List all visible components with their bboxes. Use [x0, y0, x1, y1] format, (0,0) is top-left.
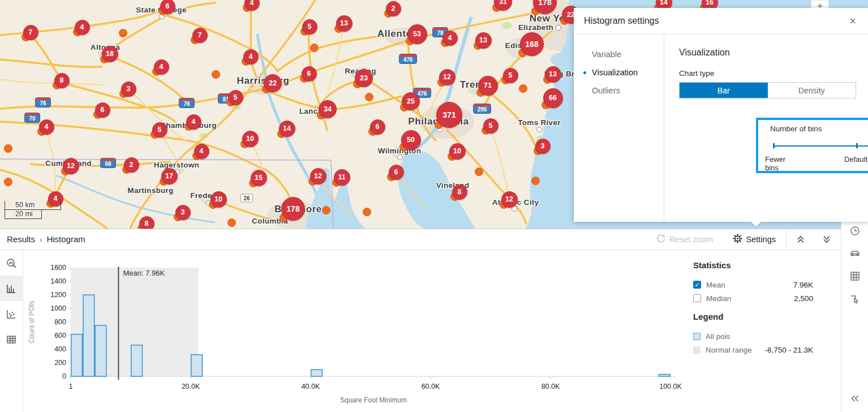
cluster-marker[interactable]: 22 [264, 74, 282, 92]
cluster-marker[interactable]: 8 [54, 73, 70, 88]
nav-item-outliers[interactable]: Outliers [574, 81, 664, 100]
cluster-marker[interactable]: 15 [251, 170, 267, 186]
poi-point[interactable] [519, 84, 527, 93]
median-checkbox[interactable] [693, 294, 701, 302]
reset-zoom-button[interactable]: Reset zoom [656, 229, 713, 250]
chart-type-density-button[interactable]: Density [768, 83, 856, 98]
cluster-marker[interactable]: 3 [121, 81, 136, 97]
expand-panel-button[interactable] [793, 232, 808, 247]
cluster-marker[interactable]: 13 [336, 15, 353, 32]
histogram-bar[interactable] [659, 374, 671, 376]
histogram-bar[interactable] [311, 370, 323, 376]
cluster-marker[interactable]: 18 [102, 46, 118, 62]
cluster-marker[interactable]: 12 [310, 168, 326, 184]
cluster-marker[interactable]: 50 [401, 130, 421, 150]
cluster-marker[interactable]: 5 [483, 118, 499, 134]
mean-checkbox[interactable]: ✓ [693, 281, 701, 289]
slider-track[interactable] [773, 145, 868, 147]
cluster-marker[interactable]: 10 [242, 131, 259, 147]
nav-item-variable[interactable]: Variable [574, 45, 664, 63]
collapse-rail-button[interactable] [841, 387, 868, 410]
cluster-marker[interactable]: 4 [186, 114, 201, 130]
cluster-marker[interactable]: 4 [154, 59, 169, 75]
tab-scatter-plot[interactable] [0, 301, 23, 327]
poi-point[interactable] [365, 93, 373, 101]
histogram-chart[interactable]: 02004006008001000120014001600120.0K40.0K… [23, 250, 724, 412]
cluster-marker[interactable]: 371 [436, 102, 462, 128]
tab-histogram[interactable] [0, 276, 23, 301]
poi-point[interactable] [212, 70, 220, 79]
cluster-marker[interactable]: 23 [355, 69, 373, 87]
bins-slider[interactable] [773, 141, 868, 151]
history-button[interactable] [841, 220, 868, 242]
cluster-marker[interactable]: 17 [161, 168, 178, 184]
cluster-marker[interactable]: 12 [501, 191, 518, 208]
x-tick-label: 80.0K [542, 383, 560, 390]
cluster-marker[interactable]: 12 [63, 158, 79, 174]
select-features-button[interactable] [841, 287, 868, 310]
cluster-marker[interactable]: 3 [535, 139, 551, 154]
cluster-marker[interactable]: 10 [449, 143, 466, 160]
cluster-marker[interactable]: 5 [152, 122, 167, 138]
cluster-marker[interactable]: 6 [95, 102, 110, 118]
cluster-marker[interactable]: 3 [175, 205, 191, 220]
histogram-bar[interactable] [95, 325, 106, 376]
cluster-marker[interactable]: 14 [279, 121, 295, 137]
cluster-marker[interactable]: 6 [160, 0, 175, 14]
cluster-marker[interactable]: 13 [475, 32, 492, 49]
cluster-marker[interactable]: 66 [543, 88, 563, 108]
cluster-marker[interactable]: 13 [545, 66, 561, 83]
collapse-panel-button[interactable] [819, 232, 834, 247]
cluster-marker[interactable]: 6 [302, 66, 317, 81]
cluster-marker[interactable]: 53 [407, 24, 427, 44]
poi-point[interactable] [322, 206, 330, 214]
cluster-marker[interactable]: 10 [210, 191, 227, 208]
histogram-bar[interactable] [71, 334, 83, 376]
cluster-marker[interactable]: 4 [194, 144, 209, 159]
cluster-marker[interactable]: 2 [124, 157, 139, 173]
cluster-marker[interactable]: 2 [386, 1, 401, 16]
cluster-marker[interactable]: 6 [389, 165, 404, 180]
histogram-bar[interactable] [191, 355, 203, 376]
explore-data-button[interactable] [0, 250, 23, 276]
cluster-marker[interactable]: 12 [439, 69, 456, 85]
chart-settings-button[interactable]: Settings [733, 229, 776, 250]
cluster-marker[interactable]: 8 [139, 216, 154, 229]
cluster-marker[interactable]: 168 [520, 32, 544, 56]
cluster-marker[interactable]: 178 [281, 197, 305, 221]
histogram-bar[interactable] [83, 295, 94, 376]
histogram-bar[interactable] [131, 345, 143, 376]
cluster-marker[interactable]: 4 [442, 31, 458, 46]
city-label: Hagerstown [154, 161, 199, 169]
cluster-marker[interactable]: 25 [402, 92, 420, 110]
nav-item-visualization[interactable]: Visualization [574, 63, 664, 81]
poi-point[interactable] [227, 218, 236, 227]
poi-point[interactable] [363, 208, 371, 216]
cluster-marker[interactable]: 5 [302, 19, 317, 35]
cluster-marker[interactable]: 5 [503, 68, 518, 83]
cluster-marker[interactable]: 7 [192, 28, 208, 43]
poi-point[interactable] [119, 29, 127, 37]
chart-type-bar-button[interactable]: Bar [680, 83, 768, 98]
cluster-marker[interactable]: 71 [478, 76, 498, 96]
slider-min-tick [773, 143, 775, 148]
tab-table[interactable] [0, 327, 23, 352]
poi-point[interactable] [4, 178, 12, 186]
poi-point[interactable] [531, 177, 540, 185]
cluster-marker[interactable]: 6 [370, 119, 385, 135]
cluster-marker[interactable]: 5 [228, 90, 243, 105]
cluster-marker[interactable]: 34 [319, 100, 337, 118]
cluster-marker[interactable]: 4 [39, 119, 54, 135]
poi-point[interactable] [475, 168, 483, 176]
cluster-marker[interactable]: 4 [75, 20, 90, 35]
cluster-marker[interactable]: 4 [243, 49, 259, 65]
table-view-button[interactable] [841, 265, 868, 287]
poi-point[interactable] [4, 144, 12, 153]
cluster-marker[interactable]: 7 [23, 25, 38, 40]
cluster-marker[interactable]: 11 [334, 169, 350, 186]
close-icon[interactable]: × [845, 14, 860, 28]
directions-button[interactable] [841, 242, 868, 265]
breadcrumb-results[interactable]: Results [7, 234, 35, 244]
cluster-marker[interactable]: 8 [452, 184, 467, 200]
poi-point[interactable] [310, 44, 319, 52]
